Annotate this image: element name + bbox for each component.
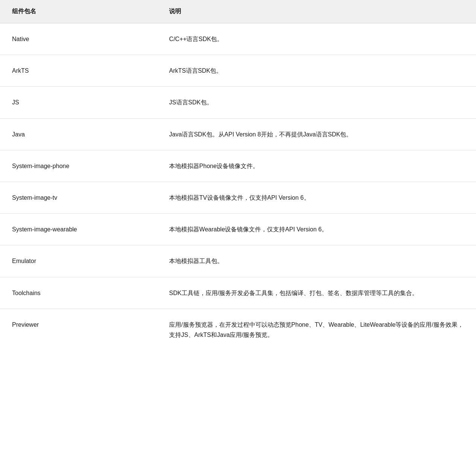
component-description: 本地模拟器工具包。 bbox=[157, 245, 476, 277]
table-row: System-image-wearable本地模拟器Wearable设备镜像文件… bbox=[0, 214, 476, 245]
table-row: ArkTSArkTS语言SDK包。 bbox=[0, 55, 476, 87]
table-row: NativeC/C++语言SDK包。 bbox=[0, 23, 476, 55]
component-description: C/C++语言SDK包。 bbox=[157, 23, 476, 55]
component-description: ArkTS语言SDK包。 bbox=[157, 55, 476, 87]
component-description: 本地模拟器Phone设备镜像文件。 bbox=[157, 150, 476, 182]
component-description: 本地模拟器Wearable设备镜像文件，仅支持API Version 6。 bbox=[157, 214, 476, 245]
component-name: Native bbox=[0, 23, 157, 55]
table-row: Previewer应用/服务预览器，在开发过程中可以动态预览Phone、TV、W… bbox=[0, 309, 476, 350]
component-description: Java语言SDK包。从API Version 8开始，不再提供Java语言SD… bbox=[157, 118, 476, 150]
component-description: JS语言SDK包。 bbox=[157, 87, 476, 118]
table-row: JavaJava语言SDK包。从API Version 8开始，不再提供Java… bbox=[0, 118, 476, 150]
table-row: System-image-phone本地模拟器Phone设备镜像文件。 bbox=[0, 150, 476, 182]
component-name: Java bbox=[0, 118, 157, 150]
table-row: JSJS语言SDK包。 bbox=[0, 87, 476, 118]
col-header-desc: 说明 bbox=[157, 0, 476, 23]
component-name: Previewer bbox=[0, 309, 157, 350]
component-name: JS bbox=[0, 87, 157, 118]
component-name: System-image-wearable bbox=[0, 214, 157, 245]
component-description: 应用/服务预览器，在开发过程中可以动态预览Phone、TV、Wearable、L… bbox=[157, 309, 476, 350]
table-row: System-image-tv本地模拟器TV设备镜像文件，仅支持API Vers… bbox=[0, 182, 476, 213]
col-header-name: 组件包名 bbox=[0, 0, 157, 23]
page-container: 组件包名 说明 NativeC/C++语言SDK包。ArkTSArkTS语言SD… bbox=[0, 0, 476, 459]
component-description: SDK工具链，应用/服务开发必备工具集，包括编译、打包、签名、数据库管理等工具的… bbox=[157, 277, 476, 309]
component-name: System-image-phone bbox=[0, 150, 157, 182]
component-description: 本地模拟器TV设备镜像文件，仅支持API Version 6。 bbox=[157, 182, 476, 213]
table-row: Emulator本地模拟器工具包。 bbox=[0, 245, 476, 277]
table-header-row: 组件包名 说明 bbox=[0, 0, 476, 23]
sdk-components-table: 组件包名 说明 NativeC/C++语言SDK包。ArkTSArkTS语言SD… bbox=[0, 0, 476, 350]
table-row: ToolchainsSDK工具链，应用/服务开发必备工具集，包括编译、打包、签名… bbox=[0, 277, 476, 309]
component-name: ArkTS bbox=[0, 55, 157, 87]
component-name: System-image-tv bbox=[0, 182, 157, 213]
component-name: Emulator bbox=[0, 245, 157, 277]
component-name: Toolchains bbox=[0, 277, 157, 309]
